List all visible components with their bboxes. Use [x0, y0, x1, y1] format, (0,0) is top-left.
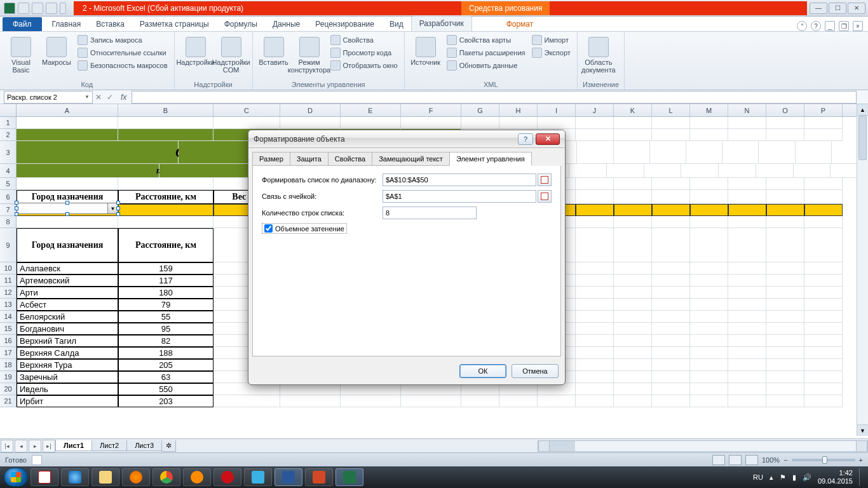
- resize-handle[interactable]: [65, 201, 69, 205]
- name-box[interactable]: Раскр. список 2▼: [4, 91, 93, 104]
- cell-G1[interactable]: [461, 117, 499, 129]
- cell-L21[interactable]: [652, 395, 690, 407]
- cell-O10[interactable]: [766, 262, 804, 274]
- cancel-button[interactable]: Отмена: [512, 364, 559, 378]
- cell-A16[interactable]: Верхний Тагил: [17, 335, 118, 347]
- cell-J14[interactable]: [576, 311, 614, 323]
- dialog-close-button[interactable]: ✕: [536, 133, 560, 145]
- cell-N18[interactable]: [728, 359, 766, 371]
- cell-N9[interactable]: [728, 228, 766, 262]
- col-header-F[interactable]: F: [401, 104, 461, 116]
- cell-B4[interactable]: [159, 164, 253, 178]
- minimize-ribbon-icon[interactable]: ˄: [797, 21, 807, 31]
- tab-page-layout[interactable]: Разметка страницы: [132, 17, 217, 31]
- cell-A20[interactable]: Ивдель: [17, 383, 118, 395]
- cell-L4[interactable]: [681, 164, 719, 178]
- cell-L2[interactable]: [652, 129, 690, 141]
- cell-M8[interactable]: [690, 216, 728, 228]
- cell-P2[interactable]: [804, 129, 843, 141]
- zoom-slider[interactable]: [792, 459, 855, 461]
- taskbar-explorer[interactable]: [92, 468, 119, 486]
- cell-M20[interactable]: [690, 383, 728, 395]
- cell-A10[interactable]: Алапаевск: [17, 262, 118, 274]
- resize-handle[interactable]: [15, 212, 18, 216]
- scroll-left-icon[interactable]: [538, 441, 550, 451]
- taskbar-ie[interactable]: [61, 468, 89, 486]
- dialog-titlebar[interactable]: Форматирование объекта ? ✕: [248, 130, 565, 148]
- sheet-nav-next-icon[interactable]: ▸: [29, 440, 41, 452]
- tab-format[interactable]: Формат: [499, 17, 541, 31]
- file-tab[interactable]: Файл: [3, 17, 42, 31]
- macros-button[interactable]: Макросы: [41, 34, 72, 66]
- cell-A3[interactable]: ООО "Гру: [17, 141, 179, 164]
- cell-L15[interactable]: [652, 323, 690, 335]
- design-mode-button[interactable]: Режим конструктора: [294, 34, 325, 74]
- cell-N6[interactable]: [728, 190, 766, 204]
- cell-B10[interactable]: 159: [118, 262, 214, 274]
- resize-handle[interactable]: [116, 201, 120, 205]
- cell-O12[interactable]: [766, 287, 804, 299]
- cell-J6[interactable]: [576, 190, 614, 204]
- flag-icon[interactable]: ⚑: [780, 473, 786, 482]
- row-header-21[interactable]: 21: [0, 395, 16, 407]
- resize-handle[interactable]: [15, 201, 18, 205]
- resize-handle[interactable]: [15, 207, 18, 210]
- taskbar-opera[interactable]: [214, 468, 241, 486]
- taskbar-yandex[interactable]: [31, 468, 58, 486]
- cell-E1[interactable]: [341, 117, 401, 129]
- fx-cancel-icon[interactable]: ✕: [93, 93, 104, 102]
- cell-J13[interactable]: [576, 299, 614, 311]
- cell-B5[interactable]: [118, 178, 214, 190]
- range-picker-icon[interactable]: [538, 173, 552, 186]
- network-icon[interactable]: ▮: [792, 473, 796, 482]
- cell-A1[interactable]: [17, 117, 118, 129]
- cell-J4[interactable]: [607, 164, 644, 178]
- cell-B8[interactable]: [118, 216, 214, 228]
- cell-K11[interactable]: [614, 274, 652, 287]
- col-header-B[interactable]: B: [118, 104, 214, 116]
- cell-M4[interactable]: [719, 164, 756, 178]
- cell-L9[interactable]: [652, 228, 690, 262]
- col-header-D[interactable]: D: [280, 104, 341, 116]
- cell-F1[interactable]: [401, 117, 461, 129]
- map-properties-button[interactable]: Свойства карты: [445, 34, 527, 46]
- cell-I3[interactable]: [577, 141, 613, 164]
- cell-P8[interactable]: [804, 216, 843, 228]
- cell-O15[interactable]: [766, 323, 804, 335]
- row-header-2[interactable]: 2: [0, 129, 16, 141]
- zoom-in-icon[interactable]: +: [859, 456, 863, 464]
- row-header-4[interactable]: 4: [0, 164, 16, 178]
- cell-K4[interactable]: [644, 164, 682, 178]
- row-header-19[interactable]: 19: [0, 371, 16, 383]
- col-header-N[interactable]: N: [728, 104, 766, 116]
- cell-B17[interactable]: 188: [118, 347, 214, 359]
- cell-B7[interactable]: [118, 204, 214, 216]
- col-header-O[interactable]: O: [766, 104, 804, 116]
- cell-A18[interactable]: Верхняя Тура: [17, 359, 118, 371]
- sheet-tab-3[interactable]: Лист3: [126, 440, 162, 451]
- row-header-15[interactable]: 15: [0, 323, 16, 335]
- cell-K5[interactable]: [614, 178, 652, 190]
- cell-link-field[interactable]: [383, 190, 536, 203]
- sheet-tab-1[interactable]: Лист1: [55, 440, 92, 451]
- cell-P7[interactable]: [804, 204, 843, 216]
- cell-J7[interactable]: [576, 204, 614, 216]
- taskbar-excel[interactable]: [336, 468, 363, 486]
- 3d-shading-checkbox-input[interactable]: [264, 224, 273, 233]
- row-header-9[interactable]: 9: [0, 228, 16, 262]
- row-header-14[interactable]: 14: [0, 311, 16, 323]
- resize-handle[interactable]: [116, 212, 120, 216]
- ok-button[interactable]: ОК: [459, 364, 506, 378]
- cell-M18[interactable]: [690, 359, 728, 371]
- cell-N4[interactable]: [756, 164, 794, 178]
- xml-source-button[interactable]: Источник: [410, 34, 442, 66]
- cell-K9[interactable]: [614, 228, 652, 262]
- cell-J21[interactable]: [576, 395, 614, 407]
- cell-J1[interactable]: [576, 117, 614, 129]
- close-button[interactable]: ✕: [848, 3, 865, 14]
- cell-O11[interactable]: [766, 274, 804, 287]
- clock[interactable]: 1:42 09.04.2015: [818, 469, 853, 485]
- taskbar-media-player[interactable]: [183, 468, 211, 486]
- cell-L1[interactable]: [652, 117, 690, 129]
- cell-K16[interactable]: [614, 335, 652, 347]
